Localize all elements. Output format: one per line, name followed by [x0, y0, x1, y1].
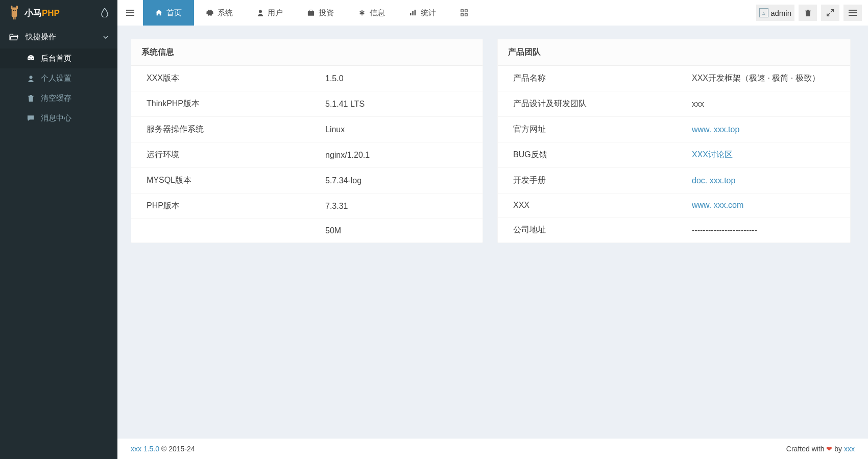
- list-icon: [849, 10, 857, 16]
- svg-rect-20: [465, 14, 467, 16]
- footer-crafted-1: Crafted with: [786, 445, 827, 453]
- gear-icon: [206, 9, 213, 16]
- row-value-link[interactable]: XXX讨论区: [692, 150, 733, 160]
- dashboard-icon: [27, 55, 35, 62]
- top-nav: 首页 系统 用户 投资 信息 统计: [143, 0, 480, 26]
- panel-title: 产品团队: [498, 39, 850, 66]
- panel-sysinfo: 系统信息 XXX版本1.5.0ThinkPHP版本5.1.41 LTS服务器操作…: [131, 39, 483, 243]
- nav-tab-label: 投资: [319, 8, 334, 18]
- svg-point-3: [13, 10, 14, 11]
- svg-rect-19: [461, 14, 463, 16]
- row-key: 公司地址: [513, 225, 692, 235]
- panel-body: 产品名称XXX开发框架（极速 · 极简 · 极致）产品设计及研发团队xxx官方网…: [498, 66, 850, 243]
- sidebar-item-label: 个人设置: [41, 74, 71, 83]
- list-button[interactable]: [843, 5, 862, 21]
- table-row: 产品设计及研发团队xxx: [498, 91, 850, 116]
- row-key: ThinkPHP版本: [147, 99, 325, 109]
- svg-rect-14: [410, 13, 412, 15]
- row-value: 50M: [325, 226, 341, 235]
- home-icon: [155, 9, 162, 16]
- logo-icon: [7, 6, 21, 20]
- row-value: XXX开发框架（极速 · 极简 · 极致）: [692, 73, 820, 84]
- svg-rect-8: [126, 10, 134, 11]
- heart-icon: ❤: [826, 445, 832, 453]
- row-value: 1.5.0: [325, 74, 344, 83]
- table-row: 50M: [131, 219, 483, 243]
- row-value-link[interactable]: www. xxx.top: [692, 125, 739, 134]
- sidebar-group: 快捷操作 后台首页 个人设置 清空缓存: [0, 26, 117, 128]
- row-key: 产品名称: [513, 73, 692, 84]
- row-value: 5.7.34-log: [325, 176, 361, 185]
- svg-rect-23: [849, 15, 857, 16]
- table-row: 产品名称XXX开发框架（极速 · 极简 · 极致）: [498, 66, 850, 91]
- table-row: 服务器操作系统Linux: [131, 116, 483, 142]
- folder-open-icon: [9, 34, 18, 41]
- sidebar-item-clear-cache[interactable]: 清空缓存: [0, 88, 117, 108]
- user-name: admin: [770, 9, 791, 17]
- nav-tab-stats[interactable]: 统计: [397, 0, 448, 26]
- sidebar-group-header[interactable]: 快捷操作: [0, 26, 117, 49]
- sidebar-item-messages[interactable]: 消息中心: [0, 108, 117, 128]
- row-value: 5.1.41 LTS: [325, 100, 365, 109]
- svg-rect-21: [849, 10, 857, 11]
- row-value-link[interactable]: www. xxx.com: [692, 201, 743, 210]
- svg-rect-15: [412, 11, 414, 16]
- nav-tab-info[interactable]: 信息: [346, 0, 397, 26]
- footer-product-link[interactable]: xxx 1.5.0: [131, 445, 159, 453]
- table-row: 开发手册doc. xxx.top: [498, 167, 850, 193]
- trash-button[interactable]: [799, 5, 817, 21]
- footer-right: Crafted with ❤ by xxx: [786, 445, 855, 453]
- topbar-left: 首页 系统 用户 投资 信息 统计: [117, 0, 480, 26]
- nav-tab-user[interactable]: 用户: [245, 0, 295, 26]
- nav-tab-invest[interactable]: 投资: [295, 0, 346, 26]
- sidebar-toggle-button[interactable]: [117, 0, 143, 26]
- table-row: PHP版本7.3.31: [131, 193, 483, 219]
- svg-rect-9: [126, 12, 134, 13]
- sidebar-item-profile[interactable]: 个人设置: [0, 68, 117, 88]
- row-key: 服务器操作系统: [147, 124, 325, 135]
- bars-icon: [126, 10, 134, 16]
- row-value: nginx/1.20.1: [325, 151, 370, 160]
- svg-rect-2: [16, 6, 18, 9]
- svg-rect-5: [13, 17, 14, 19]
- nav-tab-label: 统计: [421, 8, 436, 18]
- table-row: MYSQL版本5.7.34-log: [131, 167, 483, 193]
- svg-point-4: [15, 10, 16, 11]
- row-value-link[interactable]: doc. xxx.top: [692, 176, 735, 185]
- brand[interactable]: 小马PHP: [0, 0, 117, 26]
- nav-tab-label: 用户: [268, 8, 283, 18]
- row-key: XXX版本: [147, 73, 325, 84]
- row-value: xxx: [692, 100, 704, 109]
- nav-tab-home[interactable]: 首页: [143, 0, 194, 26]
- svg-rect-10: [126, 15, 134, 16]
- fullscreen-button[interactable]: [821, 5, 839, 21]
- svg-rect-16: [415, 10, 416, 15]
- table-row: 公司地址------------------------: [498, 217, 850, 243]
- svg-rect-22: [849, 12, 857, 13]
- row-key: 运行环境: [147, 150, 325, 160]
- user-icon: [257, 9, 263, 16]
- trash-icon: [27, 94, 35, 102]
- trash-icon: [805, 9, 811, 17]
- row-value: Linux: [325, 125, 345, 134]
- svg-rect-17: [461, 10, 463, 12]
- svg-point-11: [259, 10, 262, 13]
- table-row: 运行环境nginx/1.20.1: [131, 142, 483, 167]
- user-chip[interactable]: ▵ admin: [756, 5, 794, 21]
- footer-author-link[interactable]: xxx: [844, 445, 855, 453]
- expand-icon: [827, 9, 834, 16]
- nav-tab-system[interactable]: 系统: [194, 0, 245, 26]
- nav-tab-label: 系统: [218, 8, 233, 18]
- table-row: XXXwww. xxx.com: [498, 193, 850, 217]
- main-content: 系统信息 XXX版本1.5.0ThinkPHP版本5.1.41 LTS服务器操作…: [117, 26, 868, 439]
- row-key: MYSQL版本: [147, 175, 325, 186]
- table-row: BUG反馈XXX讨论区: [498, 142, 850, 167]
- footer: xxx 1.5.0 © 2015-24 Crafted with ❤ by xx…: [117, 439, 868, 459]
- tint-icon[interactable]: [101, 8, 108, 17]
- nav-tab-grid[interactable]: [448, 0, 480, 26]
- sidebar-item-dashboard[interactable]: 后台首页: [0, 49, 117, 68]
- sidebar-item-label: 后台首页: [41, 54, 71, 63]
- table-row: ThinkPHP版本5.1.41 LTS: [131, 91, 483, 116]
- sidebar-group-label: 快捷操作: [26, 32, 56, 42]
- panel-body: XXX版本1.5.0ThinkPHP版本5.1.41 LTS服务器操作系统Lin…: [131, 66, 483, 243]
